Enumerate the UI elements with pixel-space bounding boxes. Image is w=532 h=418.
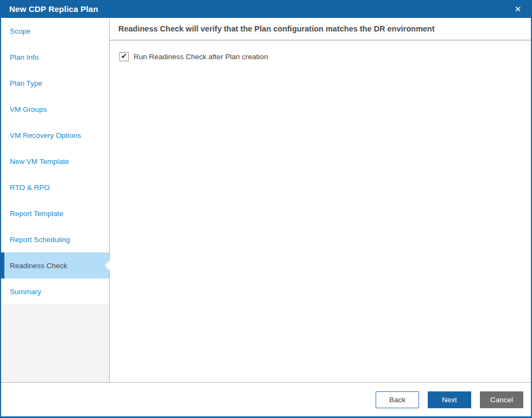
step-content: ✔ Run Readiness Check after Plan creatio… [110, 41, 531, 382]
sidebar-item-label: Scope [10, 27, 30, 35]
sidebar-item-summary[interactable]: Summary [1, 278, 109, 305]
footer-bar: Back Next Cancel [1, 382, 531, 416]
run-readiness-check-label: Run Readiness Check after Plan creation [134, 53, 268, 61]
sidebar-item-rto-rpo[interactable]: RTO & RPO [1, 174, 109, 200]
check-icon: ✔ [121, 52, 128, 60]
sidebar-item-report-template[interactable]: Report Template [1, 200, 109, 226]
new-cdp-replica-plan-dialog: New CDP Replica Plan ✕ Scope Plan Info P… [0, 0, 532, 418]
sidebar-item-label: RTO & RPO [10, 183, 50, 192]
titlebar: New CDP Replica Plan ✕ [0, 0, 532, 18]
sidebar-item-label: Readiness Check [10, 262, 67, 270]
cancel-button[interactable]: Cancel [480, 391, 523, 408]
dialog-body: Scope Plan Info Plan Type VM Groups VM R… [1, 18, 531, 382]
run-readiness-check-checkbox[interactable]: ✔ [119, 52, 129, 61]
window-title: New CDP Replica Plan [9, 4, 98, 14]
close-icon[interactable]: ✕ [511, 3, 524, 16]
sidebar-item-label: Summary [10, 288, 41, 296]
sidebar-item-label: VM Recovery Options [10, 131, 81, 140]
sidebar-item-label: Plan Type [10, 79, 42, 87]
sidebar-item-plan-type[interactable]: Plan Type [1, 70, 109, 96]
sidebar-item-vm-recovery-options[interactable]: VM Recovery Options [1, 122, 109, 148]
step-description: Readiness Check will verify that the Pla… [110, 18, 531, 41]
sidebar-item-label: VM Groups [10, 105, 47, 113]
sidebar-item-label: New VM Template [10, 157, 69, 166]
sidebar-item-report-scheduling[interactable]: Report Scheduling [1, 226, 109, 252]
sidebar-item-scope[interactable]: Scope [1, 18, 109, 44]
sidebar-item-vm-groups[interactable]: VM Groups [1, 96, 109, 122]
sidebar-item-readiness-check[interactable]: Readiness Check [1, 252, 109, 278]
next-button[interactable]: Next [428, 391, 471, 408]
main-panel: Readiness Check will verify that the Pla… [110, 18, 531, 382]
wizard-steps-sidebar: Scope Plan Info Plan Type VM Groups VM R… [1, 18, 110, 382]
back-button[interactable]: Back [376, 391, 419, 408]
sidebar-item-label: Report Template [10, 210, 64, 218]
run-readiness-check-option[interactable]: ✔ Run Readiness Check after Plan creatio… [119, 52, 268, 61]
sidebar-item-label: Plan Info [10, 53, 39, 61]
sidebar-filler [1, 305, 109, 382]
sidebar-item-label: Report Scheduling [10, 236, 70, 244]
sidebar-item-new-vm-template[interactable]: New VM Template [1, 148, 109, 174]
sidebar-item-plan-info[interactable]: Plan Info [1, 44, 109, 70]
